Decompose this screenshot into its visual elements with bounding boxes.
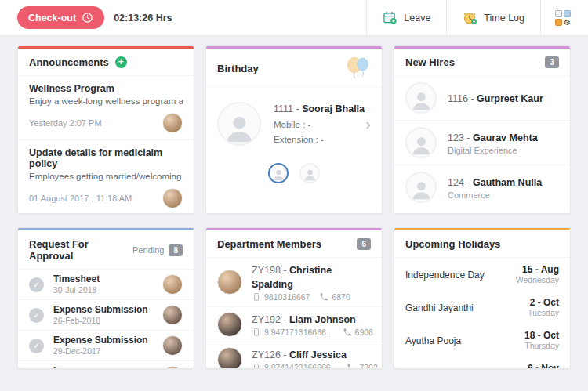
approval-date: 30-Jul-2018	[53, 285, 162, 295]
employee-id: 1116 -	[448, 93, 477, 104]
holiday-name: Gandhi Jayanthi	[405, 302, 474, 313]
approval-date: 26-Feb-2018	[53, 316, 162, 326]
new-hire-item[interactable]: 1116 - Gurpreet Kaur	[394, 76, 570, 120]
check-circle-icon: ✓	[29, 277, 44, 292]
balloons-icon	[344, 56, 371, 80]
avatar	[217, 347, 242, 369]
mobile-icon	[252, 328, 261, 337]
holiday-date: 2 - Oct	[528, 297, 559, 308]
leave-button[interactable]: Leave	[367, 0, 446, 36]
mobile-icon	[252, 292, 261, 302]
holiday-name: Ayutha Pooja	[405, 335, 461, 346]
calendar-add-icon	[383, 10, 397, 25]
mobile-number: 9.8741423166666...	[264, 363, 337, 369]
birthday-card: Birthday 1111 - Sooraj Bhalla Mobile : -…	[205, 45, 383, 214]
phone-icon	[343, 328, 352, 337]
birthday-mobile: Mobile : -	[274, 118, 365, 132]
mobile-number: 9810316667	[264, 292, 310, 302]
avatar	[162, 366, 183, 369]
announcement-desc: Employees getting married/welcoming thei…	[29, 172, 183, 181]
holiday-item: Gandhi Jayanthi 2 - Oct Tuesday	[394, 291, 570, 324]
birthday-pagination	[206, 163, 382, 183]
employee-name: Gurpreet Kaur	[477, 93, 543, 104]
approval-item[interactable]: ✓ Timesheet 30-Jul-2018	[18, 270, 194, 299]
member-item[interactable]: ZY192 - Liam Johnson 9.947171316666... 6…	[206, 306, 382, 342]
pending-label: Pending	[132, 245, 164, 255]
new-hire-item[interactable]: 124 - Gautham Nulla Commerce	[394, 165, 570, 209]
new-hire-item[interactable]: 123 - Gaurav Mehta Digital Experience	[394, 120, 570, 165]
topbar: Check-out 02:13:26 Hrs Leave Time Log ⚙	[0, 0, 588, 36]
add-announcement-icon[interactable]: +	[115, 56, 127, 68]
count-badge: 8	[169, 244, 183, 256]
check-circle-icon: ✓	[29, 308, 44, 323]
avatar	[162, 305, 183, 325]
department-members-title: Department Members	[217, 238, 321, 250]
approval-date: 29-Dec-2017	[53, 346, 162, 357]
avatar	[162, 113, 183, 133]
new-hires-title: New Hires	[405, 56, 455, 68]
approval-title: Expense Submission	[53, 304, 162, 315]
employee-department: Commerce	[448, 190, 542, 200]
employee-name: Liam Johnson	[289, 314, 356, 325]
employee-id: ZY192 -	[252, 314, 289, 325]
employee-id: ZY126 -	[252, 349, 289, 360]
holiday-date: 18 - Oct	[524, 330, 559, 341]
avatar	[162, 274, 183, 295]
employee-name: Sooraj Bhalla	[302, 103, 365, 114]
approval-title: Expense Submission	[53, 335, 162, 346]
employee-department: Digital Experience	[448, 146, 538, 155]
holiday-weekday: Thursday	[524, 341, 559, 351]
count-badge: 3	[545, 56, 559, 68]
approval-item[interactable]: ✓ Expense Submission 29-Dec-2017	[18, 330, 194, 360]
time-log-button[interactable]: Time Log	[447, 0, 540, 36]
chevron-right-icon[interactable]: ›	[365, 116, 371, 132]
announcement-time: 01 August 2017 , 11:18 AM	[29, 194, 132, 203]
employee-name: Cliff Jessica	[289, 349, 347, 360]
employee-name: Gautham Nulla	[473, 177, 542, 188]
alarm-clock-icon	[463, 10, 477, 25]
member-item[interactable]: ZY198 - Christine Spalding 9810316667 68…	[206, 258, 382, 306]
announcement-item[interactable]: Update details for mediclaim policy Empl…	[18, 139, 194, 214]
approval-item[interactable]: ✓ Leave 29-Nov-2017	[18, 360, 194, 369]
mobile-icon	[252, 363, 261, 369]
holiday-name: Deepavali	[405, 368, 447, 370]
member-item[interactable]: ZY126 - Cliff Jessica 9.8741423166666...…	[206, 342, 382, 369]
department-members-card: Department Members 6 ZY198 - Christine S…	[205, 227, 383, 369]
time-log-label: Time Log	[484, 13, 524, 24]
avatar-placeholder	[405, 82, 437, 114]
approvals-card: Request For Approval Pending 8 ✓ Timeshe…	[17, 227, 194, 369]
customize-dashboard-icon[interactable]: ⚙	[555, 10, 571, 26]
avatar	[162, 188, 183, 208]
employee-id: ZY198 -	[252, 265, 289, 276]
announcement-title: Update details for mediclaim policy	[29, 147, 183, 169]
holiday-item: Ayutha Pooja 18 - Oct Thursday	[394, 324, 570, 357]
divider	[540, 0, 541, 36]
approvals-title: Request For Approval	[29, 238, 132, 262]
birthday-person[interactable]: 1111 - Sooraj Bhalla Mobile : - Extensio…	[206, 88, 382, 152]
checkout-label: Check-out	[28, 13, 76, 24]
avatar	[217, 270, 242, 295]
announcement-desc: Enjoy a week-long wellness program at al…	[29, 96, 183, 106]
pagination-avatar[interactable]	[299, 163, 320, 183]
approval-item[interactable]: ✓ Expense Submission 26-Feb-2018	[18, 299, 194, 330]
announcement-time: Yesterday 2:07 PM	[29, 118, 102, 128]
announcements-title: Announcements	[29, 56, 109, 68]
birthday-extension: Extension : -	[274, 132, 365, 147]
holidays-card: Upcoming Holidays Independence Day 15 - …	[394, 227, 571, 369]
avatar	[162, 335, 183, 356]
holiday-item: Deepavali 6 - Nov Tuesday	[394, 357, 570, 369]
avatar-placeholder	[217, 102, 261, 146]
checkout-button[interactable]: Check-out	[17, 6, 104, 29]
holiday-name: Independence Day	[405, 270, 485, 281]
count-badge: 6	[357, 238, 371, 250]
dashboard-grid: Announcements + Wellness Program Enjoy a…	[0, 36, 588, 369]
holiday-item: Independence Day 15 - Aug Wednesday	[394, 258, 570, 291]
approval-title: Leave	[53, 365, 162, 369]
avatar-placeholder	[405, 127, 437, 158]
extension-number: 6870	[332, 292, 350, 302]
employee-name: Gaurav Mehta	[473, 132, 538, 143]
announcement-item[interactable]: Wellness Program Enjoy a week-long welln…	[18, 76, 194, 139]
clock-icon	[82, 12, 93, 24]
pagination-avatar-active[interactable]	[268, 163, 289, 183]
check-circle-icon: ✓	[29, 339, 44, 353]
